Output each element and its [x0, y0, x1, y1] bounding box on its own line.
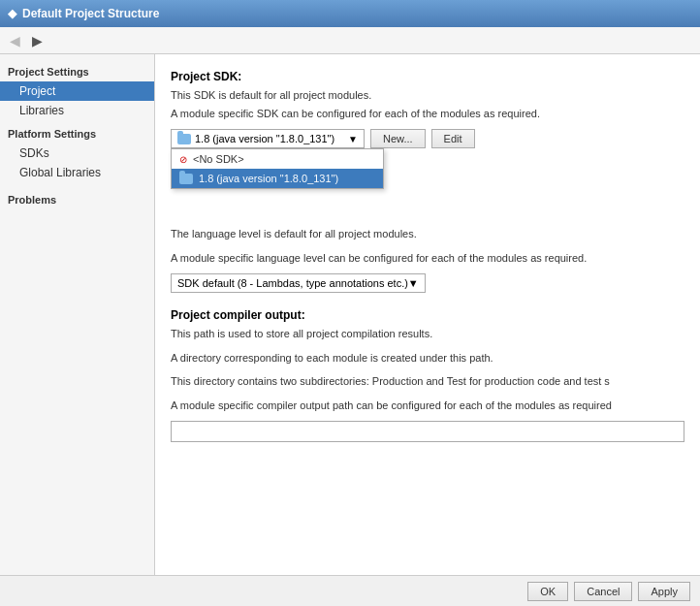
language-level-row: SDK default (8 - Lambdas, type annotatio…	[171, 273, 684, 293]
compiler-output-desc2: A directory corresponding to each module…	[171, 350, 684, 367]
apply-button[interactable]: Apply	[638, 582, 690, 601]
content-area: Project SDK: This SDK is default for all…	[155, 54, 700, 575]
lang-dropdown-arrow: ▼	[408, 277, 419, 289]
lang-level-value: SDK default (8 - Lambdas, type annotatio…	[177, 277, 408, 289]
sidebar-item-project[interactable]: Project	[0, 81, 154, 101]
title-bar: ◆ Default Project Structure	[0, 0, 700, 27]
folder-icon-option	[179, 174, 193, 184]
sidebar-item-sdks[interactable]: SDKs	[0, 144, 154, 163]
folder-icon	[177, 134, 191, 144]
compiler-output-title: Project compiler output:	[171, 308, 684, 322]
new-button[interactable]: New...	[370, 129, 426, 148]
compiler-output-section: Project compiler output: This path is us…	[171, 308, 684, 442]
platform-settings-label: Platform Settings	[0, 120, 154, 144]
project-settings-label: Project Settings	[0, 58, 154, 81]
toolbar: ◀ ▶	[0, 27, 700, 54]
edit-button[interactable]: Edit	[431, 129, 475, 148]
no-sdk-icon: ⊘	[179, 154, 187, 165]
language-level-dropdown[interactable]: SDK default (8 - Lambdas, type annotatio…	[171, 273, 426, 293]
sdk-row: 1.8 (java version "1.8.0_131") ▼ ⊘ <No S…	[171, 129, 684, 148]
cancel-button[interactable]: Cancel	[574, 582, 632, 601]
compiler-output-desc1: This path is used to store all project c…	[171, 326, 684, 342]
sdk-option-no-sdk[interactable]: ⊘ <No SDK>	[172, 149, 383, 169]
sdk-option-label: 1.8 (java version "1.8.0_131")	[199, 173, 338, 184]
language-level-section: The language level is default for all pr…	[171, 226, 684, 293]
title-bar-icon: ◆	[8, 7, 16, 20]
title-bar-title: Default Project Structure	[22, 7, 159, 20]
sdk-current-value: 1.8 (java version "1.8.0_131")	[195, 133, 334, 144]
compiler-output-desc3: This directory contains two subdirectori…	[171, 373, 684, 390]
lang-level-desc2: A module specific language level can be …	[171, 250, 684, 267]
ok-button[interactable]: OK	[527, 582, 568, 601]
sidebar-item-libraries[interactable]: Libraries	[0, 101, 154, 120]
back-button[interactable]: ◀	[6, 31, 24, 50]
compiler-output-input[interactable]	[171, 421, 684, 442]
sdk-dropdown[interactable]: 1.8 (java version "1.8.0_131") ▼	[171, 129, 365, 148]
sidebar-item-global-libraries[interactable]: Global Libraries	[0, 163, 154, 182]
sdk-dropdown-menu: ⊘ <No SDK> 1.8 (java version "1.8.0_131"…	[171, 148, 384, 189]
sdk-dropdown-wrapper: 1.8 (java version "1.8.0_131") ▼ ⊘ <No S…	[171, 129, 365, 148]
lang-level-desc1: The language level is default for all pr…	[171, 226, 684, 242]
project-sdk-title: Project SDK:	[171, 70, 684, 83]
project-sdk-desc2: A module specific SDK can be configured …	[171, 106, 684, 122]
forward-button[interactable]: ▶	[28, 31, 47, 50]
sdk-option-1-8[interactable]: 1.8 (java version "1.8.0_131")	[172, 169, 383, 188]
sidebar: Project Settings Project Libraries Platf…	[0, 54, 155, 575]
no-sdk-label: <No SDK>	[193, 153, 244, 165]
sdk-dropdown-arrow: ▼	[348, 134, 358, 144]
bottom-bar: OK Cancel Apply	[0, 575, 700, 606]
compiler-output-desc4: A module specific compiler output path c…	[171, 398, 684, 414]
problems-label: Problems	[0, 182, 154, 209]
main-container: Project Settings Project Libraries Platf…	[0, 54, 700, 575]
project-sdk-desc1: This SDK is default for all project modu…	[171, 87, 684, 104]
